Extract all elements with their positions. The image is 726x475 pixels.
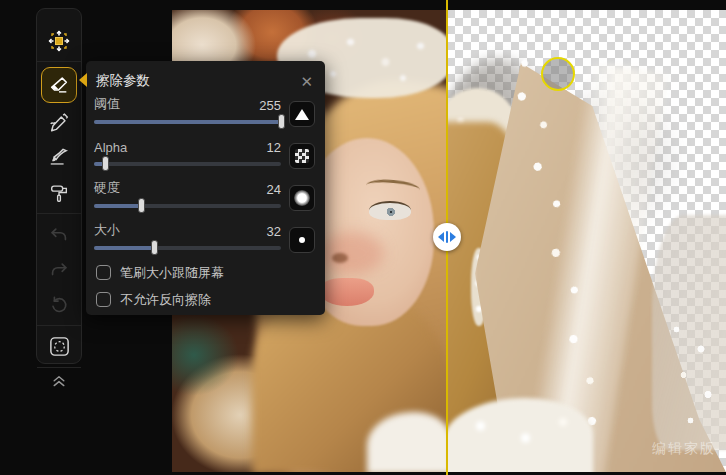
chevron-right-icon <box>450 232 456 242</box>
slider-track[interactable] <box>94 204 281 208</box>
collapse-toolbar-button[interactable] <box>49 371 69 391</box>
slider-row-size: 大小 32 <box>94 217 315 259</box>
slider-track[interactable] <box>94 246 281 250</box>
erased-result-side <box>447 10 726 472</box>
slider-track[interactable] <box>94 162 281 166</box>
checkbox-label: 笔刷大小跟随屏幕 <box>120 264 224 282</box>
slider-label: 硬度 <box>94 179 120 197</box>
chevron-double-up-icon <box>49 376 69 391</box>
dot-icon <box>289 227 315 253</box>
undo-button[interactable] <box>41 219 77 250</box>
soft-circle-icon <box>289 185 315 211</box>
eraser-icon <box>48 74 70 96</box>
panel-title: 擦除参数 <box>96 72 150 90</box>
redo-button[interactable] <box>41 254 77 285</box>
watermark: 编辑家版 <box>652 440 716 458</box>
slider-handle[interactable] <box>278 114 285 129</box>
roller-icon <box>48 182 70 204</box>
pen-icon <box>48 112 70 134</box>
checkerboard-icon <box>289 143 315 169</box>
compare-divider-handle[interactable] <box>433 223 461 251</box>
subject-nose <box>332 253 348 263</box>
eraser-tool-button[interactable] <box>41 67 77 103</box>
subject-lace-shoulder <box>447 398 593 472</box>
move-icon <box>47 29 71 53</box>
reset-icon <box>48 294 70 316</box>
checkbox-brush-size-follow-screen[interactable]: 笔刷大小跟随屏幕 <box>94 259 315 286</box>
slider-value: 255 <box>259 98 281 113</box>
move-tool-button[interactable] <box>41 25 77 56</box>
roller-tool-button[interactable] <box>41 177 77 208</box>
brush-cursor <box>541 57 575 91</box>
slider-value: 32 <box>267 224 281 239</box>
close-icon[interactable]: ✕ <box>298 74 315 89</box>
brush-icon <box>48 147 70 169</box>
checkbox-icon[interactable] <box>96 265 111 280</box>
slider-label: 阈值 <box>94 95 120 113</box>
divider-bar-icon <box>446 231 448 243</box>
slider-row-threshold: 阈值 255 <box>94 91 315 133</box>
slider-value: 12 <box>267 140 281 155</box>
slider-handle[interactable] <box>138 198 145 213</box>
slider-label: 大小 <box>94 221 120 239</box>
slider-row-hardness: 硬度 24 <box>94 175 315 217</box>
subject-cheek <box>320 232 384 274</box>
checkbox-icon[interactable] <box>96 292 111 307</box>
slider-handle[interactable] <box>151 240 158 255</box>
slider-label: Alpha <box>94 140 127 155</box>
erase-params-panel: 擦除参数 ✕ 阈值 255 Alpha 12 <box>86 61 325 315</box>
marquee-tool-button[interactable] <box>41 331 77 362</box>
marquee-icon <box>48 335 71 358</box>
panel-pointer-icon <box>79 73 87 87</box>
veil-lace-sparkle <box>659 310 726 440</box>
subject-eye <box>369 201 411 220</box>
slider-value: 24 <box>267 182 281 197</box>
slider-row-alpha: Alpha 12 <box>94 133 315 175</box>
checkbox-label: 不允许反向擦除 <box>120 291 211 309</box>
chevron-left-icon <box>438 232 444 242</box>
checkbox-disallow-reverse-erase[interactable]: 不允许反向擦除 <box>94 286 315 313</box>
slider-handle[interactable] <box>102 156 109 171</box>
slider-track[interactable] <box>94 120 281 124</box>
app-window: 编辑家版 <box>0 0 726 475</box>
triangle-icon <box>289 101 315 127</box>
subject-lips <box>320 278 374 306</box>
reset-button[interactable] <box>41 289 77 320</box>
brush-tool-button[interactable] <box>41 142 77 173</box>
toolbar <box>36 8 82 364</box>
undo-icon <box>48 224 70 246</box>
redo-icon <box>48 259 70 281</box>
pen-tool-button[interactable] <box>41 107 77 138</box>
